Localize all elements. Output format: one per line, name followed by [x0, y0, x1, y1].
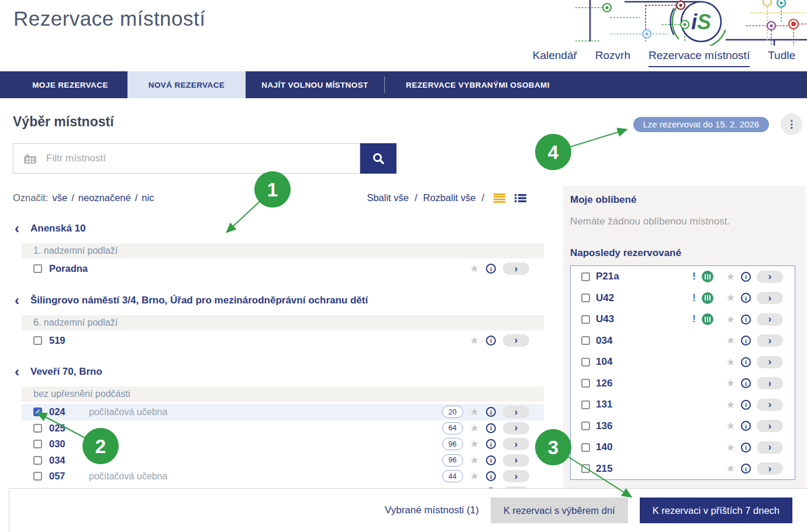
recent-room-checkbox[interactable]: [581, 443, 590, 452]
open-room-arrow-button[interactable]: ›: [503, 422, 529, 434]
top-nav-link-kalend[interactable]: Kalendář: [533, 49, 577, 67]
room-checkbox[interactable]: [33, 440, 42, 448]
info-icon[interactable]: i: [741, 443, 751, 452]
info-icon[interactable]: i: [741, 378, 751, 388]
expand-all-link[interactable]: Rozbalit vše: [423, 192, 476, 203]
favorite-star-icon[interactable]: ★: [726, 315, 735, 324]
favorite-star-icon[interactable]: ★: [726, 443, 735, 452]
favorite-star-icon[interactable]: ★: [726, 421, 735, 431]
open-room-arrow-button[interactable]: ›: [503, 470, 529, 482]
favorite-star-icon[interactable]: ★: [470, 407, 479, 417]
recent-room-checkbox[interactable]: [581, 272, 590, 281]
room-checkbox[interactable]: [33, 336, 42, 345]
favorite-star-icon[interactable]: ★: [470, 264, 479, 274]
favorite-star-icon[interactable]: ★: [726, 464, 735, 474]
compact-view-icon[interactable]: [494, 194, 505, 203]
tab-naj-t-volnou-m-stnost[interactable]: NAJÍT VOLNOU MÍSTNOST: [246, 71, 384, 98]
info-icon[interactable]: i: [741, 421, 751, 431]
recent-room-row: U43!★i›: [571, 309, 795, 330]
collapse-all-link[interactable]: Sbalit vše: [367, 192, 409, 203]
detailed-list-view-icon[interactable]: [515, 194, 526, 203]
recent-room-checkbox[interactable]: [581, 315, 590, 324]
favorite-star-icon[interactable]: ★: [470, 455, 479, 465]
mark-link-nic[interactable]: nic: [142, 192, 154, 203]
info-icon[interactable]: i: [741, 400, 751, 410]
reservable-until-badge: Lze rezervovat do 15. 2. 2026: [633, 117, 769, 132]
room-checkbox[interactable]: ✓: [33, 407, 42, 416]
room-row: 519★i›: [22, 333, 544, 349]
tab-nov-rezervace[interactable]: NOVÁ REZERVACE: [127, 71, 246, 98]
info-icon[interactable]: i: [741, 357, 751, 367]
favorite-star-icon[interactable]: ★: [470, 336, 479, 346]
open-room-arrow-button[interactable]: ›: [503, 262, 529, 275]
recent-room-checkbox[interactable]: [581, 422, 590, 430]
top-nav-link-rozvrh[interactable]: Rozvrh: [595, 49, 630, 67]
room-checkbox[interactable]: [33, 424, 42, 433]
info-icon[interactable]: i: [486, 264, 496, 274]
mark-link-neozna-en[interactable]: neoznačené: [78, 192, 131, 203]
open-room-arrow-button[interactable]: ›: [757, 462, 783, 475]
room-row: 03496★i›: [22, 452, 544, 469]
open-room-arrow-button[interactable]: ›: [757, 441, 783, 454]
room-checkbox[interactable]: [33, 264, 42, 273]
info-icon[interactable]: i: [486, 423, 496, 433]
favorite-star-icon[interactable]: ★: [470, 439, 479, 449]
open-room-arrow-button[interactable]: ›: [757, 377, 783, 389]
open-room-arrow-button[interactable]: ›: [757, 420, 783, 432]
info-icon[interactable]: i: [741, 315, 751, 324]
recent-room-checkbox[interactable]: [581, 400, 590, 409]
room-checkbox[interactable]: [33, 472, 42, 481]
favorite-star-icon[interactable]: ★: [726, 336, 735, 346]
tab-rezervace-vybran-mi-osobami[interactable]: REZERVACE VYBRANÝMI OSOBAMI: [385, 71, 571, 98]
open-room-arrow-button[interactable]: ›: [503, 438, 529, 450]
open-room-arrow-button[interactable]: ›: [503, 406, 529, 418]
open-room-arrow-button[interactable]: ›: [757, 313, 783, 326]
recent-room-checkbox[interactable]: [581, 379, 590, 388]
favorite-star-icon[interactable]: ★: [726, 272, 735, 282]
info-icon[interactable]: i: [741, 464, 751, 474]
room-checkbox[interactable]: [33, 456, 42, 465]
favorite-star-icon[interactable]: ★: [726, 357, 735, 367]
top-nav-link-rezervace-m-stnost[interactable]: Rezervace místností: [649, 49, 750, 67]
tab-moje-rezervace[interactable]: MOJE REZERVACE: [13, 71, 127, 98]
top-nav-link-tudle[interactable]: Tudle: [768, 49, 795, 67]
favorite-star-icon[interactable]: ★: [470, 471, 479, 481]
info-icon[interactable]: i: [741, 293, 751, 303]
recent-room-checkbox[interactable]: [581, 358, 590, 367]
info-icon[interactable]: i: [741, 336, 751, 346]
info-icon[interactable]: i: [741, 272, 751, 282]
info-icon[interactable]: i: [486, 439, 496, 449]
more-options-button[interactable]: ⋮: [781, 113, 802, 135]
selected-rooms-link[interactable]: Vybrané místnosti (1): [385, 505, 479, 516]
chevron-collapse-icon[interactable]: ‹: [15, 365, 19, 378]
reserve-pick-days-button[interactable]: K rezervaci s výběrem dní: [491, 498, 628, 523]
favorite-star-icon[interactable]: ★: [726, 400, 735, 410]
floor-label: bez upřesnění podčásti: [22, 386, 544, 402]
open-room-arrow-button[interactable]: ›: [757, 271, 783, 283]
info-icon[interactable]: i: [486, 336, 496, 346]
open-room-arrow-button[interactable]: ›: [503, 334, 529, 347]
chevron-collapse-icon[interactable]: ‹: [15, 294, 19, 307]
chevron-collapse-icon[interactable]: ‹: [15, 222, 19, 235]
building-header: ‹Veveří 70, Brno: [15, 364, 544, 379]
recent-room-checkbox[interactable]: [581, 293, 590, 302]
open-room-arrow-button[interactable]: ›: [503, 454, 529, 467]
recent-room-checkbox[interactable]: [581, 336, 590, 345]
open-room-arrow-button[interactable]: ›: [757, 356, 783, 368]
info-icon[interactable]: i: [486, 471, 496, 481]
room-filter-input[interactable]: [46, 144, 360, 173]
search-button[interactable]: [360, 143, 396, 174]
open-room-arrow-button[interactable]: ›: [757, 399, 783, 411]
info-icon[interactable]: i: [486, 407, 496, 417]
recent-room-checkbox[interactable]: [581, 464, 590, 473]
favorite-star-icon[interactable]: ★: [726, 378, 735, 388]
favorite-star-icon[interactable]: ★: [726, 293, 735, 303]
info-icon[interactable]: i: [486, 455, 496, 465]
building-name: Anenská 10: [30, 223, 86, 234]
open-room-arrow-button[interactable]: ›: [757, 334, 783, 347]
mark-link-v-e[interactable]: vše: [53, 192, 68, 203]
reserve-next7-button[interactable]: K rezervaci v příštích 7 dnech: [640, 498, 792, 523]
open-room-arrow-button[interactable]: ›: [757, 292, 783, 304]
recent-room-name: 034: [596, 335, 612, 347]
favorite-star-icon[interactable]: ★: [470, 423, 479, 433]
